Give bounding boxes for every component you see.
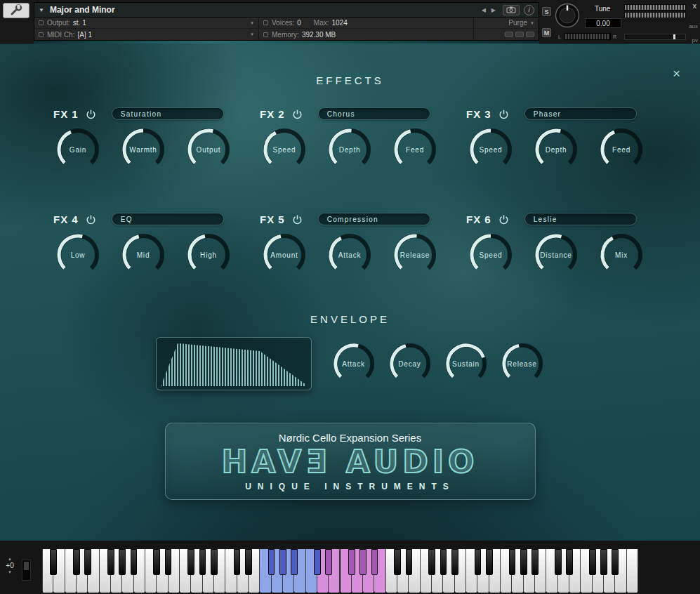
black-key[interactable]: [314, 549, 321, 575]
black-key[interactable]: [291, 549, 298, 575]
power-icon[interactable]: [292, 214, 303, 225]
knob-attack[interactable]: Attack: [326, 232, 373, 278]
power-icon[interactable]: [498, 214, 509, 225]
fx-effect-select[interactable]: Leslie: [524, 213, 637, 225]
knob-speed[interactable]: Speed: [261, 126, 308, 173]
knob-distance[interactable]: Distance: [533, 232, 579, 278]
mute-button[interactable]: M: [542, 28, 551, 37]
fx-effect-select[interactable]: Compression: [318, 213, 430, 225]
black-key[interactable]: [406, 549, 413, 575]
next-instrument-icon[interactable]: ▶: [491, 7, 496, 13]
black-key[interactable]: [566, 549, 573, 575]
knob-feed[interactable]: Feed: [392, 126, 438, 173]
black-key[interactable]: [486, 549, 493, 575]
black-key[interactable]: [73, 549, 80, 575]
header-mini-button-2[interactable]: [515, 32, 524, 37]
knob-low[interactable]: Low: [55, 232, 101, 278]
snapshot-camera-button[interactable]: [503, 5, 520, 15]
knob-sustain[interactable]: Sustain: [444, 341, 489, 386]
black-key[interactable]: [325, 549, 332, 575]
black-key[interactable]: [165, 549, 172, 575]
black-key[interactable]: [509, 549, 516, 575]
black-key[interactable]: [50, 549, 57, 575]
fx-effect-select[interactable]: Chorus: [318, 107, 430, 120]
fx-effect-select[interactable]: EQ: [112, 213, 224, 225]
black-key[interactable]: [612, 549, 619, 575]
piano-keyboard[interactable]: [42, 549, 638, 593]
black-key[interactable]: [371, 549, 378, 575]
pv-button[interactable]: pv: [692, 37, 698, 44]
output-selector[interactable]: Output: st. 1 ▼: [34, 18, 259, 28]
black-key[interactable]: [475, 549, 482, 575]
black-key[interactable]: [153, 549, 160, 575]
knob-decay[interactable]: Decay: [388, 341, 432, 386]
black-key[interactable]: [348, 549, 355, 575]
knob-amount[interactable]: Amount: [261, 232, 308, 278]
black-key[interactable]: [451, 549, 458, 575]
power-icon[interactable]: [292, 109, 303, 119]
black-key[interactable]: [279, 549, 286, 575]
transpose-up-icon[interactable]: ▲: [8, 557, 12, 561]
tune-knob[interactable]: [555, 3, 580, 31]
effects-close-icon[interactable]: ×: [673, 67, 680, 80]
knob-depth[interactable]: Depth: [533, 126, 579, 173]
aux-button[interactable]: aux: [689, 23, 698, 29]
collapse-arrow-icon[interactable]: ▼: [39, 7, 44, 13]
wrench-button[interactable]: [3, 3, 29, 18]
header-mini-button-1[interactable]: [505, 32, 513, 37]
black-key[interactable]: [589, 549, 596, 575]
black-key[interactable]: [520, 549, 527, 575]
header-mini-button-3[interactable]: [526, 32, 534, 37]
fx-effect-select[interactable]: Saturation: [112, 107, 224, 120]
knob-warmth[interactable]: Warmth: [120, 126, 166, 173]
knob-feed[interactable]: Feed: [598, 126, 645, 173]
knob-gain[interactable]: Gain: [55, 126, 101, 173]
black-key[interactable]: [531, 549, 539, 575]
black-key[interactable]: [199, 549, 206, 575]
purge-menu[interactable]: Purge ▼: [474, 18, 539, 28]
keyboard-scrollbar[interactable]: [22, 560, 31, 581]
white-key[interactable]: [627, 549, 638, 593]
black-key[interactable]: [394, 549, 401, 575]
black-key[interactable]: [359, 549, 366, 575]
output-dropdown-icon[interactable]: ▼: [250, 21, 254, 25]
knob-speed[interactable]: Speed: [468, 126, 514, 173]
purge-dropdown-icon[interactable]: ▼: [530, 21, 534, 25]
knob-speed[interactable]: Speed: [468, 232, 514, 278]
keyboard-scroll-handle[interactable]: [24, 562, 29, 570]
black-key[interactable]: [131, 549, 138, 575]
black-key[interactable]: [440, 549, 447, 575]
black-key[interactable]: [268, 549, 275, 575]
black-key[interactable]: [555, 549, 562, 575]
knob-mix[interactable]: Mix: [598, 232, 645, 278]
tune-value[interactable]: 0.00: [585, 18, 621, 28]
info-icon[interactable]: i: [524, 5, 534, 15]
close-instrument-icon[interactable]: x: [693, 1, 697, 10]
solo-button[interactable]: S: [542, 7, 551, 16]
prev-instrument-icon[interactable]: ◀: [482, 7, 486, 13]
transpose-down-icon[interactable]: ▼: [8, 570, 12, 574]
black-key[interactable]: [84, 549, 91, 575]
envelope-display[interactable]: [156, 337, 312, 390]
knob-release[interactable]: Release: [500, 341, 545, 386]
power-icon[interactable]: [498, 109, 509, 119]
power-icon[interactable]: [86, 109, 96, 119]
midi-channel-selector[interactable]: MIDI Ch: [A] 1 ▼: [34, 29, 259, 40]
knob-release[interactable]: Release: [392, 232, 438, 278]
pan-slider[interactable]: [564, 33, 611, 40]
volume-slider-handle[interactable]: [673, 34, 675, 39]
fx-effect-select[interactable]: Phaser: [524, 107, 637, 120]
power-icon[interactable]: [86, 214, 96, 225]
black-key[interactable]: [107, 549, 114, 575]
black-key[interactable]: [600, 549, 607, 575]
volume-slider[interactable]: [624, 34, 686, 40]
black-key[interactable]: [428, 549, 435, 575]
knob-depth[interactable]: Depth: [326, 126, 373, 173]
black-key[interactable]: [234, 549, 241, 575]
knob-mid[interactable]: Mid: [120, 232, 166, 278]
knob-output[interactable]: Output: [185, 126, 232, 173]
knob-attack[interactable]: Attack: [331, 341, 376, 386]
black-key[interactable]: [211, 549, 218, 575]
midi-dropdown-icon[interactable]: ▼: [250, 32, 254, 37]
knob-high[interactable]: High: [185, 232, 232, 278]
